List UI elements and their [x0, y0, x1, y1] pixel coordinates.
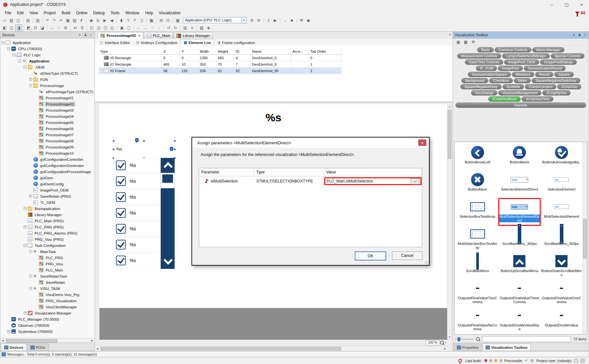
- tree-expander-icon[interactable]: −: [29, 287, 32, 290]
- tree-item[interactable]: − PLC Logic: [0, 52, 95, 58]
- toolbox-category-button[interactable]: Date/Time Controls: [465, 60, 503, 65]
- zoom-dropdown-icon[interactable]: ▾: [445, 341, 446, 344]
- toolbar-icon[interactable]: ▶: [102, 17, 108, 23]
- column-header[interactable]: Type: [254, 168, 324, 176]
- toolbar-icon[interactable]: [197, 25, 197, 30]
- checkbox-row[interactable]: %s: [114, 221, 161, 236]
- scroll-down-icon[interactable]: ▼: [447, 335, 452, 339]
- tree-item[interactable]: stProcImageType (STRUCT): [0, 89, 95, 95]
- tree-item[interactable]: − -OEM: [0, 64, 95, 70]
- tree-item[interactable]: ProcessImage06: [0, 126, 95, 132]
- canvas-vertical-scrollbar[interactable]: ▲ ▼: [447, 104, 452, 339]
- panel-menu-icon[interactable]: ▾: [572, 33, 576, 37]
- browse-button[interactable]: ...: [410, 178, 420, 184]
- tree-item[interactable]: + SaveRetain (PRG): [0, 193, 95, 199]
- tree-item[interactable]: PLC_Main: [0, 267, 95, 273]
- tree-item[interactable]: ProcessImage03: [0, 107, 95, 113]
- toolbox-category-button[interactable]: SquareNegativeGrey: [460, 84, 502, 89]
- tree-item[interactable]: − CPU (705003): [0, 46, 95, 52]
- selection-handle[interactable]: [112, 140, 115, 142]
- checkbox-row[interactable]: %s: [114, 174, 161, 189]
- menu-item[interactable]: Visualization: [156, 10, 183, 16]
- active-application-combo[interactable]: Application [CPU: PLC Logic] ▾: [183, 17, 247, 24]
- scroll-left-icon[interactable]: ◀: [95, 347, 100, 351]
- checkbox-checked-icon[interactable]: [116, 160, 126, 170]
- magnifier-icon[interactable]: [440, 341, 444, 345]
- tree-item[interactable]: ProcessImage01: [0, 95, 95, 101]
- toolbar-icon[interactable]: [146, 18, 147, 23]
- tree-item[interactable]: ProcessImage09: [0, 144, 95, 150]
- selection-handle[interactable]: [174, 140, 176, 142]
- tree-item[interactable]: PRG_Visu (PRG): [0, 236, 95, 242]
- toolbar-icon[interactable]: ▢: [126, 25, 132, 31]
- toolbar-icon[interactable]: [86, 18, 87, 23]
- tree-expander-icon[interactable]: +: [29, 195, 32, 198]
- toolbar-icon[interactable]: ↻: [172, 25, 179, 31]
- toolbar-icon[interactable]: ⇄: [72, 25, 78, 31]
- toolbar-icon[interactable]: ▱: [2, 17, 8, 23]
- scrollbar-thumb[interactable]: [100, 347, 341, 350]
- menu-item[interactable]: Debug: [90, 10, 108, 16]
- tree-item[interactable]: ProcessImage04: [0, 113, 95, 119]
- checkbox-row[interactable]: %s: [114, 253, 161, 268]
- toolbar-icon[interactable]: [280, 18, 280, 23]
- checkbox-checked-icon[interactable]: [116, 176, 126, 186]
- toolbar-icon[interactable]: [117, 25, 117, 30]
- toolbar-icon[interactable]: ▤: [182, 25, 188, 31]
- toolbar-icon[interactable]: ▮: [118, 17, 124, 23]
- tree-expander-icon[interactable]: +: [7, 330, 10, 333]
- tree-item[interactable]: PLC_PRG: [0, 255, 95, 261]
- toolbox-search-input[interactable]: [482, 336, 571, 342]
- toolbox-item[interactable]: MultiSelectionBoxTextArray: [456, 226, 499, 253]
- toolbox-category-button[interactable]: Current project: [525, 84, 556, 89]
- toolbar-icon[interactable]: ▯: [139, 17, 145, 23]
- toolbar-icon[interactable]: ▦: [175, 17, 181, 23]
- toolbar-icon[interactable]: ▨: [8, 17, 15, 23]
- window-control-button[interactable]: ×: [574, 0, 589, 9]
- toolbox-item[interactable]: SelectionBoxTextArray: [456, 198, 499, 226]
- checkbox-checked-icon[interactable]: [116, 208, 126, 218]
- toolbar-icon[interactable]: ⊡: [165, 17, 171, 23]
- tree-expander-icon[interactable]: −: [7, 47, 10, 50]
- toolbar-icon[interactable]: [133, 25, 134, 30]
- menu-scrollbar-element[interactable]: [161, 158, 175, 269]
- editor-subtab[interactable]: ▦ Element List: [180, 39, 214, 46]
- tree-item[interactable]: PRG_Visualization: [0, 298, 95, 304]
- scroll-right-icon[interactable]: ▶: [443, 347, 447, 351]
- toolbar-icon[interactable]: ▤: [25, 17, 31, 23]
- toolbox-category-button[interactable]: ImagePool_OEM: [504, 60, 539, 65]
- toolbar-icon[interactable]: [164, 25, 164, 30]
- column-header[interactable]: Acce...: [291, 48, 309, 55]
- toolbox-category-button[interactable]: JCmpVisuTime: [522, 96, 553, 102]
- toolbar-icon[interactable]: ◎: [95, 17, 101, 23]
- toolbar-icon[interactable]: ◉: [305, 17, 311, 23]
- toolbar-icon[interactable]: ⊞: [158, 17, 164, 23]
- scroll-left-icon[interactable]: ◀: [0, 339, 5, 343]
- toolbar-icon[interactable]: →: [142, 25, 148, 31]
- toolbox-item[interactable]: ButtonDownScrollbarMenu: [540, 253, 583, 280]
- toolbox-item[interactable]: OutputstDoubleValue: [540, 307, 583, 334]
- toolbar-icon[interactable]: [180, 25, 180, 30]
- menu-item[interactable]: Build: [59, 10, 73, 16]
- tree-item[interactable]: PRG_Visu: [0, 261, 95, 267]
- tree-expander-icon[interactable]: +: [24, 226, 27, 228]
- menu-item[interactable]: View: [27, 10, 41, 16]
- panel-tab[interactable]: Visualization Toolbox: [482, 344, 531, 351]
- checkbox-row[interactable]: %s: [114, 205, 161, 220]
- toolbox-item[interactable]: OutputstFloatValueThreeComma: [499, 280, 541, 307]
- column-header[interactable]: Y: [180, 48, 198, 55]
- pin-icon[interactable]: [83, 33, 88, 37]
- tree-item[interactable]: gvlConfigurationController: [0, 156, 95, 162]
- tree-item[interactable]: Library Manager: [0, 212, 95, 218]
- toolbar-icon[interactable]: [263, 18, 264, 23]
- tree-expander-icon[interactable]: −: [13, 53, 16, 56]
- toolbar-icon[interactable]: ◳: [102, 25, 109, 31]
- toolbar-icon[interactable]: ◨: [15, 25, 22, 31]
- checkbox-row[interactable]: %s: [114, 190, 161, 204]
- tree-expander-icon[interactable]: +: [24, 312, 27, 314]
- toolbar-icon[interactable]: ↓: [156, 25, 162, 31]
- menu-item[interactable]: Help: [142, 10, 156, 16]
- toolbar-icon[interactable]: ≡: [189, 25, 195, 31]
- scrollbar-up-icon[interactable]: [161, 158, 175, 173]
- toolbar-icon[interactable]: ⊟: [32, 25, 39, 31]
